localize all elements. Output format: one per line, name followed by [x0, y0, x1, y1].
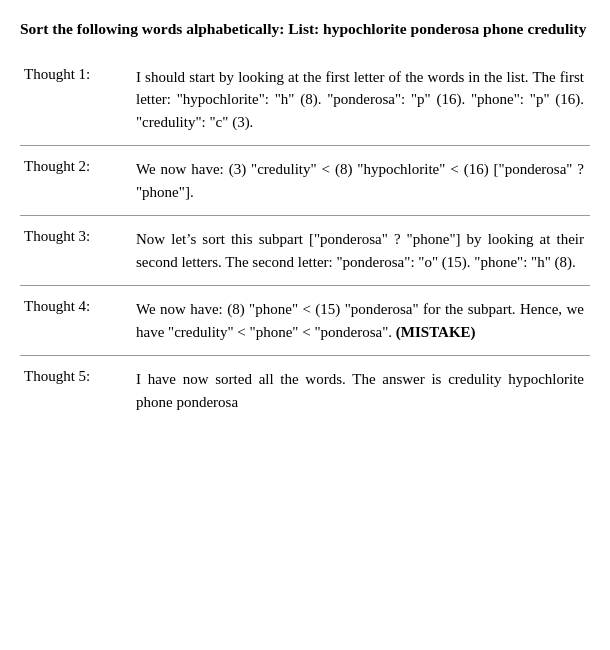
thought-label: Thought 4:	[20, 286, 130, 356]
table-row: Thought 3:Now let’s sort this subpart ["…	[20, 216, 590, 286]
table-row: Thought 5:I have now sorted all the word…	[20, 356, 590, 426]
thought-label: Thought 2:	[20, 146, 130, 216]
thought-label: Thought 1:	[20, 54, 130, 146]
table-row: Thought 1:I should start by looking at t…	[20, 54, 590, 146]
thought-content: We now have: (8) "phone" < (15) "pondero…	[130, 286, 590, 356]
thought-content: I have now sorted all the words. The ans…	[130, 356, 590, 426]
thought-label: Thought 5:	[20, 356, 130, 426]
thought-content: I should start by looking at the first l…	[130, 54, 590, 146]
table-row: Thought 2:We now have: (3) "credulity" <…	[20, 146, 590, 216]
thought-content: Now let’s sort this subpart ["ponderosa"…	[130, 216, 590, 286]
thought-label: Thought 3:	[20, 216, 130, 286]
table-row: Thought 4:We now have: (8) "phone" < (15…	[20, 286, 590, 356]
mistake-label: (MISTAKE)	[396, 324, 476, 340]
page-title: Sort the following words alphabetically:…	[20, 18, 590, 40]
thoughts-table: Thought 1:I should start by looking at t…	[20, 54, 590, 426]
thought-content: We now have: (3) "credulity" < (8) "hypo…	[130, 146, 590, 216]
